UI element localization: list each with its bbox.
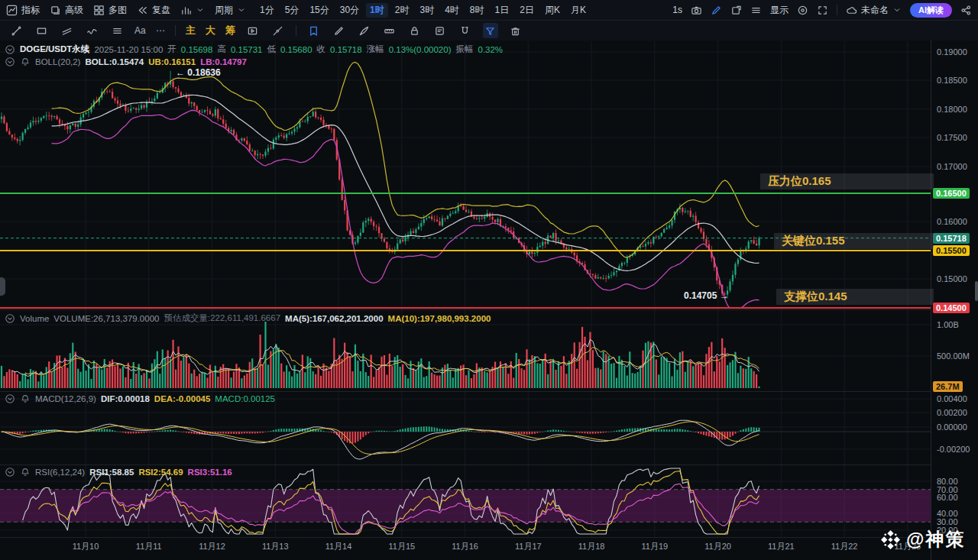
seconds-option[interactable]: 1s [672,5,682,15]
macd-tick: 0.00200 [937,408,967,417]
price-axis[interactable]: 0.190000.185000.180000.175000.170000.160… [931,40,978,560]
time-axis-label: 11月21 [768,542,795,551]
alert-bell-icon[interactable] [20,57,31,67]
alert-bell-icon[interactable] [20,393,31,404]
timeframe-2日[interactable]: 2日 [516,3,538,18]
advanced-button[interactable]: 高级 [50,4,83,17]
pen-tool[interactable] [357,23,372,38]
timeframe-1分[interactable]: 1分 [256,3,278,18]
replay-box-tool[interactable] [245,23,261,38]
left-panel-handle[interactable] [0,277,5,296]
key-level-label[interactable]: 关键位0.155 [774,233,934,249]
chart-style-dropdown[interactable] [180,5,205,16]
rewind-icon [137,5,148,16]
marker-line-tool[interactable] [270,23,286,38]
filter-tool[interactable] [483,23,498,38]
time-axis-label: 11月19 [642,542,669,551]
price-tick: 0.17000 [937,162,967,171]
top-toolbar: 指标 高级 多图 复盘 周期 1分5分15分30分1时2时3时4时8时1日2日周… [0,0,978,21]
replay-button[interactable]: 复盘 [137,4,170,17]
display-button[interactable]: 显示 [770,4,789,17]
volume-legend: Volume VOLUME:26,713,379.0000 预估成交量:222,… [5,312,491,324]
peak-price-label: ← 0.18636 [176,67,221,78]
collapse-icon[interactable] [5,313,15,324]
price-badge: 0.15500 [933,245,970,256]
pane-separator[interactable] [0,537,978,538]
wave-tool[interactable] [84,23,99,38]
multichart-button[interactable]: 多图 [93,4,127,17]
scrollbar-thumb[interactable] [975,281,978,301]
symbol-name[interactable]: DOGE/USDT永续 [20,44,89,55]
pane-separator[interactable] [0,465,978,465]
volume-badge: 26.7M [933,381,963,392]
chips-button[interactable]: 筹 [225,24,235,37]
timeframe-周K[interactable]: 周K [541,3,564,18]
watermark: @神策 [880,527,965,552]
alert-bell-icon[interactable] [20,467,31,477]
ai-analysis-button[interactable]: AI解读 [910,3,952,18]
collapse-icon[interactable] [5,393,15,404]
volume-tick: 1.00B [937,320,959,329]
symbol-legend: DOGE/USDT永续 2025-11-20 15:00 开0.15698 高0… [5,44,503,55]
macd-tick: 0.00400 [937,394,967,403]
indicators-label: 指标 [21,4,40,17]
cloud-icon [846,5,857,16]
fullscreen-icon[interactable] [817,5,828,16]
collapse-icon[interactable] [5,44,15,55]
chevron-down-icon [237,5,246,15]
timeframe-1日[interactable]: 1日 [491,3,513,18]
time-axis-label: 11月12 [199,542,225,551]
brush-tool[interactable] [332,23,347,38]
toolbar-right: 1s 显示 未命名 AI解读 [672,3,972,18]
collapse-icon[interactable] [5,57,15,67]
grid-icon [93,5,105,16]
collapse-icon[interactable] [5,467,15,477]
bookmark-tool[interactable] [306,23,322,38]
lines-tool[interactable] [109,23,125,38]
rsi-tick: 60.00 [937,493,958,502]
large-view-button[interactable]: 大 [206,24,215,37]
time-axis-label: 11月15 [388,542,415,551]
divider [296,25,296,36]
timeframe-5分[interactable]: 5分 [281,3,303,18]
measure-tool[interactable] [382,23,397,38]
share-icon[interactable] [960,5,972,16]
more-tools-button[interactable]: ⋯ [156,25,165,36]
time-axis-label: 11月18 [578,542,605,551]
channel-tool[interactable] [59,23,74,38]
timeframe-30分[interactable]: 30分 [336,3,363,18]
price-badge: 0.15718 [933,233,970,244]
pane-separator[interactable] [0,309,978,310]
timeframe-2时[interactable]: 2时 [391,3,413,18]
menu-icon[interactable] [750,5,762,16]
screenshot-icon[interactable] [691,5,702,16]
popout-icon[interactable] [730,5,742,16]
rectangle-tool[interactable] [34,23,49,38]
price-tick: 0.18500 [937,76,967,85]
draw-mode-icon[interactable] [711,5,722,16]
trendline-tool[interactable] [8,23,24,38]
chart-area[interactable]: 11月1011月1111月1211月1311月1411月1511月1611月17… [0,40,978,560]
timeframe-3时[interactable]: 3时 [416,3,438,18]
delete-tool[interactable] [508,23,523,38]
note-tool[interactable] [432,23,448,38]
lock-tool[interactable] [407,23,423,38]
layout-name-dropdown[interactable]: 未命名 [846,4,902,17]
pane-separator[interactable] [0,391,978,392]
support-level-label[interactable]: 支撑位0.145 [776,289,934,305]
period-dropdown[interactable]: 周期 [215,4,246,17]
magnet-tool[interactable] [458,23,473,38]
settings-icon[interactable] [797,5,808,16]
indicators-button[interactable]: 指标 [6,4,40,17]
timeframe-4时[interactable]: 4时 [441,3,463,18]
text-tool[interactable]: Aa [134,25,146,36]
divider [837,5,837,15]
timeframe-月K[interactable]: 月K [567,3,590,18]
timeframe-list: 1分5分15分30分1时2时3时4时8时1日2日周K月K [256,3,590,18]
timeframe-15分[interactable]: 15分 [306,3,332,18]
timeframe-1时[interactable]: 1时 [366,3,388,18]
timeframe-8时[interactable]: 8时 [466,3,488,18]
trough-price-label: 0.14705 → [684,290,729,301]
main-chart-button[interactable]: 主 [186,24,196,37]
resistance-level-label[interactable]: 压力位0.165 [760,173,934,189]
